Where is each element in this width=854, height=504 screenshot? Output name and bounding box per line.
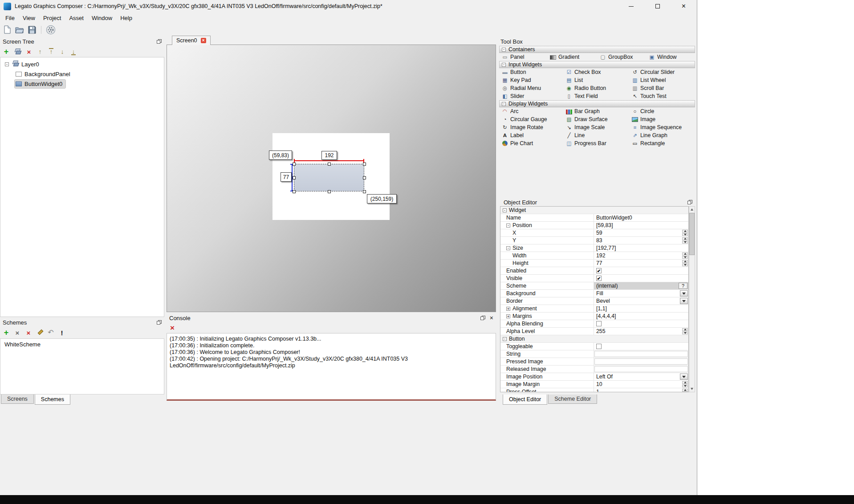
scheme-help-button[interactable]: ? [679,283,687,289]
spin-up-icon[interactable] [682,252,688,256]
toolbox-item-list-wheel[interactable]: ▥List Wheel [629,76,695,84]
property-value-image-margin[interactable]: 10 [594,381,688,388]
undock-icon[interactable] [157,39,162,44]
collapse-icon[interactable]: - [502,63,506,67]
selection-handle[interactable] [328,190,331,193]
menu-item-asset[interactable]: Asset [65,13,88,23]
property-value-background[interactable]: Fill [594,290,688,297]
toolbox-item-image[interactable]: Image [629,115,695,123]
property-value-x[interactable]: 59 [594,229,688,236]
property-row-x[interactable]: X59 [500,229,688,237]
property-row-button[interactable]: -Button [500,335,688,343]
collapse-icon[interactable]: - [502,102,506,106]
toolbox-section-input-widgets[interactable]: -Input Widgets [499,61,695,68]
toolbox-item-circular-slider[interactable]: ↺Circular Slider [629,68,695,76]
tree-item-layer0[interactable]: -Layer0 [0,59,164,69]
property-value-height[interactable]: 77 [594,260,688,267]
property-row-position[interactable]: -Position[59,83] [500,222,688,229]
selection-handle[interactable] [328,163,331,166]
tab-screen0[interactable]: Screen0 × [172,36,211,45]
new-project-button[interactable] [1,24,12,35]
spinner-control[interactable] [682,237,688,244]
checkbox-unchecked[interactable] [596,321,602,326]
spinner-control[interactable] [682,252,688,259]
selection-handle[interactable] [363,190,366,193]
tree-item-buttonwidget0[interactable]: ButtonWidget0 [0,79,164,89]
spinner-control[interactable] [682,389,688,392]
spin-up-icon[interactable] [682,328,688,331]
text-input[interactable] [594,351,688,357]
property-row-toggleable[interactable]: Toggleable [500,343,688,350]
property-row-alignment[interactable]: +Alignment[1,1] [500,305,688,313]
toolbox-item-gradient[interactable]: Gradient [547,53,597,61]
toolbox-item-bar-graph[interactable]: Bar Graph [563,107,629,115]
move-to-top-button[interactable]: ↑ [48,49,55,55]
move-down-button[interactable]: ↓ [59,49,66,55]
spin-down-icon[interactable] [682,385,688,388]
property-row-margins[interactable]: +Margins[4,4,4,4] [500,313,688,320]
minimize-button[interactable] [618,0,644,12]
property-row-border[interactable]: BorderBevel [500,297,688,305]
dropdown-button[interactable] [680,290,688,297]
warning-button[interactable]: ! [58,329,65,336]
property-value-size[interactable]: [192,77] [594,244,688,252]
spin-up-icon[interactable] [682,237,688,240]
property-value-toggleable[interactable] [594,343,688,350]
selection-handle[interactable] [293,176,296,179]
property-value-scheme[interactable]: (internal)? [594,282,688,289]
property-row-y[interactable]: Y83 [500,237,688,244]
spinner-control[interactable] [682,230,688,236]
toolbox-item-image-sequence[interactable]: ≡Image Sequence [629,123,695,131]
property-row-enabled[interactable]: Enabled✔ [500,267,688,275]
property-row-image-margin[interactable]: Image Margin10 [500,381,688,388]
menu-item-window[interactable]: Window [88,13,116,23]
remove-scheme-button[interactable]: × [14,329,21,336]
selection-handle[interactable] [363,163,366,166]
property-value-margins[interactable]: [4,4,4,4] [594,313,688,320]
tab-object-editor[interactable]: Object Editor [503,394,547,405]
property-value-alpha-blending[interactable] [594,320,688,327]
text-input[interactable] [594,366,688,372]
design-canvas[interactable]: (59,83) 192 77 (250,159) [167,45,496,312]
property-value-visible[interactable]: ✔ [594,275,688,282]
spin-down-icon[interactable] [682,241,688,244]
toolbox-item-progress-bar[interactable]: ◫Progress Bar [563,139,629,147]
spin-down-icon[interactable] [682,392,688,393]
toolbox-item-pie-chart[interactable]: Pie Chart [499,139,563,147]
property-row-background[interactable]: BackgroundFill [500,290,688,297]
spin-up-icon[interactable] [682,260,688,263]
selection-handle[interactable] [293,163,296,166]
property-row-height[interactable]: Height77 [500,260,688,267]
toolbox-item-image-scale[interactable]: ↘Image Scale [563,123,629,131]
dropdown-button[interactable] [680,374,688,380]
undock-icon[interactable] [687,200,692,204]
property-row-widget[interactable]: -Widget [500,207,688,214]
toolbox-item-slider[interactable]: ◧Slider [499,92,563,100]
property-grid-scrollbar[interactable] [689,206,695,392]
menu-item-help[interactable]: Help [116,13,136,23]
layers-button[interactable] [14,48,21,56]
property-value-y[interactable]: 83 [594,237,688,244]
dropdown-button[interactable] [680,298,688,304]
collapse-icon[interactable]: - [503,337,507,341]
button-widget[interactable] [294,164,364,191]
toolbox-item-circular-gauge[interactable]: ◔Circular Gauge [499,115,563,123]
spin-down-icon[interactable] [682,233,688,236]
close-console-icon[interactable]: × [490,315,493,321]
spinner-control[interactable] [682,328,688,334]
checkbox-checked[interactable]: ✔ [596,276,602,281]
toolbox-item-line-graph[interactable]: ⇗Line Graph [629,131,695,139]
clear-console-button[interactable]: × [169,324,176,332]
undock-icon[interactable] [480,316,485,320]
property-row-size[interactable]: -Size[192,77] [500,244,688,252]
property-value-alpha-level[interactable]: 255 [594,328,688,335]
expander-icon[interactable]: + [506,307,510,311]
tab-schemes[interactable]: Schemes [35,394,70,405]
text-input[interactable] [594,358,688,365]
add-screen-button[interactable]: + [3,48,10,56]
expander-icon[interactable]: - [506,246,510,250]
move-up-button[interactable]: ↑ [37,49,44,55]
toolbox-item-list[interactable]: ▤List [563,76,629,84]
selection-handle[interactable] [363,176,366,179]
property-value-enabled[interactable]: ✔ [594,267,688,274]
